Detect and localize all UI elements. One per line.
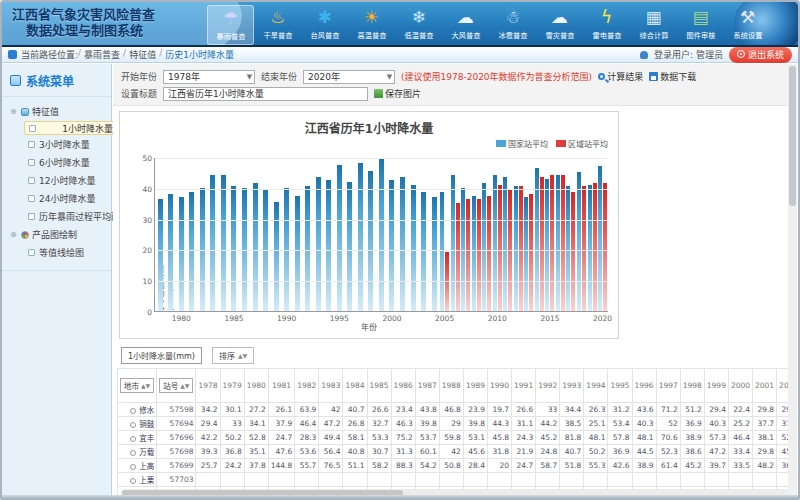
- end-year-select[interactable]: 2020年▼: [303, 70, 395, 84]
- bar-group-2018[interactable]: [576, 158, 587, 311]
- cell-city-上高[interactable]: 上高: [118, 459, 157, 473]
- sidebar-item-6小时降水量[interactable]: 6小时降水量: [24, 154, 109, 171]
- bar-national-2001[interactable]: [400, 177, 405, 311]
- bar-group-1998[interactable]: [366, 158, 377, 311]
- col-header-year-1997[interactable]: 1997: [656, 369, 680, 403]
- sort-city-header[interactable]: 地市▲▼: [120, 378, 154, 393]
- bar-national-1987[interactable]: [253, 183, 258, 311]
- bar-national-2017[interactable]: [566, 186, 570, 311]
- bar-group-1995[interactable]: 1995: [334, 158, 345, 311]
- bar-national-2018[interactable]: [577, 172, 581, 311]
- checkbox-icon[interactable]: [29, 125, 36, 132]
- col-header-year-1980[interactable]: 1980: [244, 369, 268, 403]
- bar-group-2007[interactable]: [460, 158, 471, 311]
- bar-national-1985[interactable]: [231, 186, 236, 311]
- col-header-year-1985[interactable]: 1985: [367, 369, 391, 403]
- col-header-year-1986[interactable]: 1986: [391, 369, 415, 403]
- bar-group-2002[interactable]: [408, 158, 419, 311]
- bar-regional-2018[interactable]: [582, 186, 586, 311]
- bar-regional-2019[interactable]: [593, 183, 597, 311]
- col-header-year-1982[interactable]: 1982: [295, 369, 319, 403]
- bar-national-2016[interactable]: [556, 175, 560, 311]
- bar-group-2020[interactable]: 2020: [597, 158, 608, 311]
- cell-city-修水[interactable]: 修水: [118, 403, 157, 417]
- metric-filter-dropdown[interactable]: 1小时降水量(mm): [121, 347, 202, 364]
- bar-group-1983[interactable]: [208, 158, 219, 311]
- col-header-year-1995[interactable]: 1995: [608, 369, 632, 403]
- bar-national-1996[interactable]: [347, 182, 352, 311]
- bar-group-1978[interactable]: [155, 158, 166, 311]
- sidebar-item-12小时降水量[interactable]: 12小时降水量: [24, 172, 109, 189]
- bar-national-1998[interactable]: [368, 171, 373, 311]
- bar-national-1991[interactable]: [295, 196, 300, 312]
- col-header-year-2001[interactable]: 2001: [753, 369, 777, 403]
- checkbox-icon[interactable]: [28, 141, 35, 148]
- radio-icon[interactable]: [130, 450, 136, 456]
- bar-group-2017[interactable]: [566, 158, 577, 311]
- sidebar-item-1小时降水量[interactable]: 1小时降水量: [24, 121, 116, 135]
- sidebar-node-1[interactable]: ⊕特征值: [6, 103, 109, 120]
- cell-city-宜丰[interactable]: 宜丰: [118, 431, 157, 445]
- bar-group-1994[interactable]: [324, 158, 335, 311]
- bar-national-1978[interactable]: [158, 199, 163, 311]
- bar-group-2013[interactable]: [524, 158, 535, 311]
- data-download-button[interactable]: 数据下载: [649, 70, 696, 83]
- vertical-scrollbar-thumb[interactable]: [789, 66, 796, 206]
- bar-group-2012[interactable]: [513, 158, 524, 311]
- sidebar-item-历年暴雨过程平均雨量[interactable]: 历年暴雨过程平均雨量: [24, 208, 109, 225]
- bar-national-2002[interactable]: [411, 185, 416, 311]
- cell-city-万载[interactable]: 万载: [118, 445, 157, 459]
- calc-result-button[interactable]: 计算结果: [598, 70, 643, 83]
- chart-title-input[interactable]: [163, 87, 368, 101]
- bar-national-1980[interactable]: [179, 197, 184, 311]
- checkbox-icon[interactable]: [28, 249, 35, 256]
- bar-group-2006[interactable]: [450, 158, 461, 311]
- bar-group-1984[interactable]: [218, 158, 229, 311]
- col-header-year-1989[interactable]: 1989: [463, 369, 487, 403]
- tree-expander-icon[interactable]: ⊕: [10, 107, 18, 116]
- cell-city-铜鼓[interactable]: 铜鼓: [118, 417, 157, 431]
- bar-national-2012[interactable]: [514, 186, 518, 311]
- logout-button[interactable]: 退出系统: [729, 47, 792, 63]
- bar-regional-2013[interactable]: [529, 194, 533, 311]
- col-header-year-1981[interactable]: 1981: [268, 369, 294, 403]
- bar-national-2008[interactable]: [472, 196, 476, 312]
- bar-group-1982[interactable]: [197, 158, 208, 311]
- col-header-year-1984[interactable]: 1984: [343, 369, 367, 403]
- bar-group-2003[interactable]: [418, 158, 429, 311]
- toolbar-item-11[interactable]: ▤图件审核: [677, 5, 724, 45]
- bar-regional-2008[interactable]: [477, 199, 481, 311]
- bar-group-1997[interactable]: [355, 158, 366, 311]
- toolbar-item-12[interactable]: ⚒系统设置: [724, 5, 771, 45]
- radio-icon[interactable]: [130, 436, 136, 442]
- bar-group-1989[interactable]: [271, 158, 282, 311]
- col-header-year-1998[interactable]: 1998: [680, 369, 704, 403]
- bar-regional-2007[interactable]: [466, 199, 470, 311]
- bar-national-2010[interactable]: [493, 175, 497, 311]
- toolbar-item-8[interactable]: ☁雪灾普查: [536, 5, 583, 45]
- bar-group-2001[interactable]: [397, 158, 408, 311]
- bar-national-1995[interactable]: [337, 165, 342, 311]
- bar-national-1983[interactable]: [210, 175, 215, 311]
- tree-expander-icon[interactable]: ⊕: [10, 230, 18, 239]
- bar-national-1994[interactable]: [326, 180, 331, 311]
- bar-group-2000[interactable]: 2000: [387, 158, 398, 311]
- radio-icon[interactable]: [130, 408, 136, 414]
- bar-group-2008[interactable]: [471, 158, 482, 311]
- bar-group-1999[interactable]: [376, 158, 387, 311]
- bar-group-1987[interactable]: [250, 158, 261, 311]
- cell-city-上栗[interactable]: 上栗: [118, 473, 157, 487]
- col-header-year-1994[interactable]: 1994: [584, 369, 608, 403]
- bar-national-1979[interactable]: [168, 194, 173, 311]
- toolbar-item-6[interactable]: ☁大风普查: [442, 5, 489, 45]
- bar-group-1981[interactable]: [187, 158, 198, 311]
- breadcrumb-item-3[interactable]: 历史1小时降水量: [165, 48, 234, 61]
- col-header-year-1988[interactable]: 1988: [439, 369, 463, 403]
- bar-national-2011[interactable]: [503, 177, 507, 311]
- bar-national-1984[interactable]: [221, 175, 226, 311]
- bar-regional-2020[interactable]: [603, 183, 607, 311]
- bar-national-2004[interactable]: [432, 197, 437, 311]
- bar-group-2019[interactable]: [587, 158, 598, 311]
- bar-group-2011[interactable]: [503, 158, 514, 311]
- radio-icon[interactable]: [130, 464, 136, 470]
